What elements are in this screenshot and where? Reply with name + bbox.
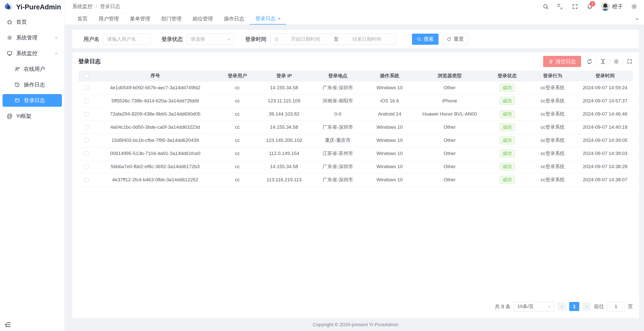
sidebar-item-home[interactable]: 首页 bbox=[3, 16, 62, 28]
column-header-behavior: 登录行为 bbox=[528, 71, 577, 81]
table-row[interactable]: 4a04c1bc-0d50-3bde-ca0f-3a14dd63223d cc … bbox=[78, 121, 633, 134]
date-range-picker[interactable]: 至 bbox=[270, 34, 396, 45]
cell-time: 2024-09-07 14:39:05 bbox=[577, 134, 633, 147]
row-checkbox[interactable] bbox=[84, 165, 89, 169]
history-icon bbox=[14, 82, 20, 88]
column-settings-icon[interactable] bbox=[613, 58, 619, 65]
cell-behavior: cc登录系统 bbox=[528, 147, 577, 160]
sidebar: Yi-PureAdmin 首页 系统管理 系统监控 bbox=[0, 0, 65, 331]
sidebar-item-operation-log[interactable]: 操作日志 bbox=[3, 78, 62, 91]
tab-user-management[interactable]: 用户管理 bbox=[93, 13, 124, 25]
notification-bell-icon[interactable]: 7 bbox=[586, 3, 593, 10]
sidebar-item-system-monitor[interactable]: 系统监控 bbox=[3, 47, 62, 60]
user-menu[interactable]: 橙子 bbox=[601, 2, 623, 11]
row-checkbox[interactable] bbox=[84, 112, 89, 116]
sidebar-item-label: 系统监控 bbox=[16, 50, 37, 57]
select-all-checkbox[interactable] bbox=[84, 74, 89, 78]
refresh-icon[interactable] bbox=[586, 58, 593, 65]
cell-behavior: cc登录系统 bbox=[528, 160, 577, 173]
row-checkbox[interactable] bbox=[84, 151, 89, 156]
cell-user: cc bbox=[216, 94, 259, 107]
cell-time: 2024-09-07 14:40:18 bbox=[577, 121, 633, 134]
table-row[interactable]: 4e1d0549-b092-657b-aec7-3a14dd749fd2 cc … bbox=[78, 81, 633, 94]
density-icon[interactable] bbox=[600, 58, 606, 65]
row-checkbox[interactable] bbox=[84, 86, 89, 90]
status-badge: 成功 bbox=[500, 110, 515, 118]
status-label: 登录状态 bbox=[162, 36, 183, 43]
close-tab-icon[interactable]: × bbox=[278, 16, 281, 21]
row-checkbox[interactable] bbox=[84, 99, 89, 103]
table-row[interactable]: 15d5f402-bc1b-cfbe-7f95-3a14dd620439 cc … bbox=[78, 134, 633, 147]
chevron-down-icon bbox=[547, 305, 551, 308]
prev-page-button[interactable] bbox=[558, 302, 566, 311]
start-date-input[interactable] bbox=[280, 36, 331, 42]
search-button[interactable]: 搜索 bbox=[412, 34, 439, 45]
table-row[interactable]: 00914995-513b-7104-da91-3a14dd61fce0 cc … bbox=[78, 147, 633, 160]
page-size-select[interactable]: 10条/页 bbox=[514, 301, 555, 312]
table-empty-space bbox=[78, 187, 633, 302]
collapse-sidebar-icon[interactable] bbox=[5, 321, 11, 328]
chevron-down-icon bbox=[54, 36, 58, 40]
tab-home[interactable]: 首页 bbox=[72, 13, 93, 25]
status-badge: 成功 bbox=[500, 149, 515, 158]
sidebar-item-label: Yi框架 bbox=[16, 113, 31, 120]
card-header: 登录日志 清空日志 bbox=[78, 52, 633, 71]
breadcrumb-item-current: 登录日志 bbox=[100, 3, 120, 10]
sidebar-item-system-management[interactable]: 系统管理 bbox=[3, 31, 62, 44]
cell-user: cc bbox=[216, 160, 259, 173]
clear-logs-button[interactable]: 清空日志 bbox=[543, 56, 581, 67]
page-size-value: 10条/页 bbox=[517, 303, 547, 310]
cell-location: 广东省-深圳市 bbox=[309, 121, 366, 134]
sidebar-item-yi-framework[interactable]: @ Yi框架 bbox=[3, 110, 62, 122]
cell-status: 成功 bbox=[486, 160, 528, 173]
range-separator: 至 bbox=[332, 36, 340, 42]
sidebar-item-label: 在线用户 bbox=[24, 65, 45, 73]
cell-id: 72afa294-8209-438e-8bb5-3a14dd690d05 bbox=[95, 107, 216, 121]
row-checkbox[interactable] bbox=[84, 125, 89, 129]
table-fullscreen-icon[interactable] bbox=[626, 58, 633, 65]
sidebar-item-login-log[interactable]: 登录日志 bbox=[3, 94, 62, 107]
tab-post-management[interactable]: 岗位管理 bbox=[187, 13, 218, 25]
table-row[interactable]: 56b6a7e0-fbb2-ef8c-3692-3a14dd6172b3 cc … bbox=[78, 160, 633, 173]
tab-menu-management[interactable]: 菜单管理 bbox=[124, 13, 156, 25]
table-row[interactable]: 5ff5536c-738b-4d14-620a-3a14dd72fdd9 cc … bbox=[78, 94, 633, 107]
table-tools bbox=[586, 58, 633, 65]
column-header-id: 序号 bbox=[95, 71, 216, 81]
cell-browser: iPhone bbox=[413, 94, 486, 107]
end-date-input[interactable] bbox=[342, 36, 392, 42]
tabs-menu-chevron-icon[interactable] bbox=[635, 13, 639, 25]
row-checkbox[interactable] bbox=[84, 138, 89, 143]
sidebar-item-online-users[interactable]: 在线用户 bbox=[3, 63, 62, 75]
settings-gear-icon[interactable] bbox=[631, 3, 637, 10]
table-row[interactable]: 72afa294-8209-438e-8bb5-3a14dd690d05 cc … bbox=[78, 107, 633, 121]
translate-icon[interactable]: 文A bbox=[557, 3, 564, 10]
tab-login-log[interactable]: 登录日志 × bbox=[250, 13, 286, 25]
cell-id: 4a04c1bc-0d50-3bde-ca0f-3a14dd63223d bbox=[95, 121, 216, 134]
username-input[interactable] bbox=[103, 34, 150, 45]
cell-status: 成功 bbox=[486, 173, 528, 186]
row-checkbox[interactable] bbox=[84, 178, 89, 182]
search-icon[interactable] bbox=[542, 3, 549, 10]
breadcrumb-item[interactable]: 系统监控 bbox=[72, 3, 93, 10]
page-number-1[interactable]: 1 bbox=[569, 302, 579, 311]
goto-page-input[interactable] bbox=[607, 301, 625, 312]
table-header-row: 序号 登录用户 登录 IP 登录地点 操作系统 浏览器类型 登录状态 登录行为 … bbox=[78, 71, 633, 81]
tab-operation-log[interactable]: 操作日志 bbox=[218, 13, 250, 25]
table-row[interactable]: 4e37ff12-2fc4-b463-0fbb-3a14dd612252 cc … bbox=[78, 173, 633, 186]
reset-button[interactable]: 重置 bbox=[443, 34, 468, 45]
tab-dept-management[interactable]: 部门管理 bbox=[156, 13, 187, 25]
chevron-up-icon bbox=[54, 51, 58, 55]
card-toolbar: 清空日志 bbox=[543, 56, 633, 67]
main-column: 系统监控 / 登录日志 文A 7 橙子 bbox=[65, 0, 644, 331]
next-page-button[interactable] bbox=[582, 302, 591, 311]
cell-ip: 14.155.34.58 bbox=[259, 160, 309, 173]
filter-username: 用户名 bbox=[83, 34, 150, 45]
fullscreen-icon[interactable] bbox=[572, 3, 578, 10]
status-select[interactable]: 请选择 bbox=[187, 34, 234, 45]
cell-behavior: cc登录系统 bbox=[528, 121, 577, 134]
logo[interactable]: Yi-PureAdmin bbox=[0, 0, 64, 14]
divider bbox=[623, 59, 623, 64]
sidebar-item-label: 首页 bbox=[16, 18, 27, 26]
cell-location: 广东省-深圳市 bbox=[309, 173, 366, 186]
goto-unit: 页 bbox=[628, 303, 633, 310]
